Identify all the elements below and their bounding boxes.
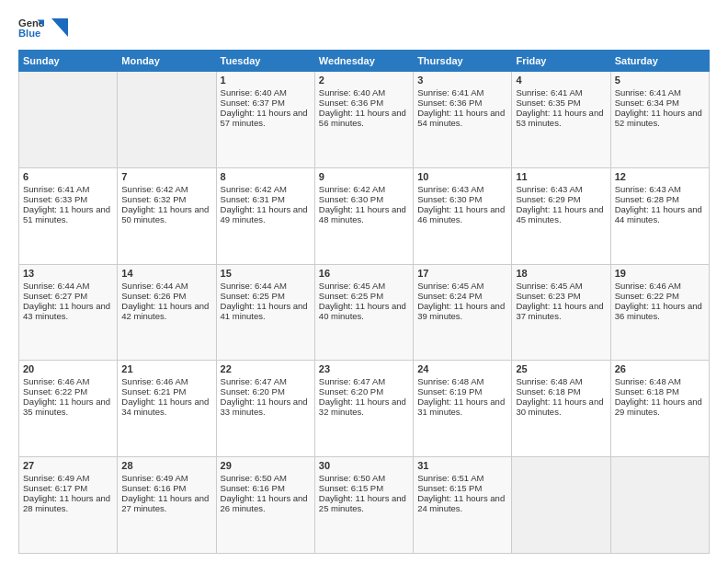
day-info: Sunrise: 6:45 AM [319,281,409,291]
day-number: 9 [319,171,409,182]
day-info: Sunrise: 6:45 AM [417,281,507,291]
calendar-cell: 14Sunrise: 6:44 AMSunset: 6:26 PMDayligh… [118,264,216,361]
calendar-cell: 19Sunrise: 6:46 AMSunset: 6:22 PMDayligh… [610,264,709,361]
calendar-cell: 11Sunrise: 6:43 AMSunset: 6:29 PMDayligh… [512,167,610,264]
day-number: 20 [23,363,113,374]
svg-marker-3 [51,18,68,37]
day-number: 30 [319,460,409,471]
day-number: 2 [319,75,409,86]
day-number: 4 [516,75,606,86]
day-number: 12 [615,171,705,182]
day-info: Sunset: 6:16 PM [121,483,211,493]
day-info: Sunset: 6:34 PM [615,98,705,108]
day-info: Sunset: 6:20 PM [319,386,409,396]
day-info: Sunrise: 6:47 AM [319,376,409,386]
weekday-header-sunday: Sunday [19,51,118,72]
day-info: Daylight: 11 hours and 32 minutes. [319,396,409,417]
day-info: Sunrise: 6:42 AM [319,184,409,194]
day-number: 24 [417,363,507,374]
day-info: Sunrise: 6:46 AM [615,281,705,291]
weekday-header-saturday: Saturday [610,51,709,72]
day-info: Sunset: 6:23 PM [516,291,606,301]
day-info: Sunset: 6:29 PM [516,194,606,204]
day-info: Sunset: 6:20 PM [221,386,311,396]
day-info: Sunset: 6:31 PM [221,194,311,204]
day-number: 13 [23,268,113,279]
day-info: Daylight: 11 hours and 35 minutes. [23,396,113,417]
day-info: Sunset: 6:30 PM [319,194,409,204]
day-info: Daylight: 11 hours and 51 minutes. [23,204,113,224]
day-info: Sunset: 6:22 PM [23,386,113,396]
day-info: Sunset: 6:36 PM [319,98,409,108]
day-info: Daylight: 11 hours and 30 minutes. [516,396,606,417]
calendar-cell: 2Sunrise: 6:40 AMSunset: 6:36 PMDaylight… [314,72,413,168]
calendar-cell: 20Sunrise: 6:46 AMSunset: 6:22 PMDayligh… [19,361,118,457]
day-info: Daylight: 11 hours and 26 minutes. [221,493,311,513]
day-info: Daylight: 11 hours and 36 minutes. [615,301,705,321]
calendar-cell: 5Sunrise: 6:41 AMSunset: 6:34 PMDaylight… [610,72,709,168]
weekday-header-thursday: Thursday [414,51,512,72]
svg-text:General: General [18,17,44,29]
calendar-cell: 21Sunrise: 6:46 AMSunset: 6:21 PMDayligh… [118,361,216,457]
weekday-header-friday: Friday [512,51,610,72]
calendar-cell: 31Sunrise: 6:51 AMSunset: 6:15 PMDayligh… [414,457,512,554]
day-info: Sunset: 6:28 PM [615,194,705,204]
svg-text:Blue: Blue [18,28,40,39]
day-number: 3 [417,75,507,86]
day-info: Sunrise: 6:44 AM [221,281,311,291]
day-info: Sunrise: 6:41 AM [417,87,507,98]
page: General Blue SundayMondayTuesdayWednesda… [0,0,728,563]
calendar-week-row: 6Sunrise: 6:41 AMSunset: 6:33 PMDaylight… [19,167,710,264]
calendar-cell: 22Sunrise: 6:47 AMSunset: 6:20 PMDayligh… [216,361,314,457]
calendar-week-row: 27Sunrise: 6:49 AMSunset: 6:17 PMDayligh… [19,457,710,554]
calendar-cell: 13Sunrise: 6:44 AMSunset: 6:27 PMDayligh… [19,264,118,361]
calendar-week-row: 13Sunrise: 6:44 AMSunset: 6:27 PMDayligh… [19,264,710,361]
day-info: Sunset: 6:15 PM [417,483,507,493]
calendar-cell: 26Sunrise: 6:48 AMSunset: 6:18 PMDayligh… [610,361,709,457]
day-info: Daylight: 11 hours and 25 minutes. [319,493,409,513]
day-number: 17 [417,268,507,279]
day-info: Sunset: 6:36 PM [417,98,507,108]
day-number: 19 [615,268,705,279]
day-info: Daylight: 11 hours and 40 minutes. [319,301,409,321]
day-number: 22 [221,363,311,374]
day-info: Sunrise: 6:49 AM [23,473,113,483]
day-info: Sunrise: 6:46 AM [23,376,113,386]
day-info: Daylight: 11 hours and 53 minutes. [516,108,606,128]
day-info: Daylight: 11 hours and 42 minutes. [121,301,211,321]
day-info: Sunrise: 6:41 AM [23,184,113,194]
day-info: Sunset: 6:35 PM [516,98,606,108]
day-info: Sunset: 6:17 PM [23,483,113,493]
day-info: Daylight: 11 hours and 50 minutes. [121,204,211,224]
day-info: Daylight: 11 hours and 46 minutes. [417,204,507,224]
calendar-header-row: SundayMondayTuesdayWednesdayThursdayFrid… [19,51,710,72]
day-number: 5 [615,75,705,86]
day-info: Sunset: 6:16 PM [221,483,311,493]
logo-icon: General Blue [18,15,44,40]
day-info: Daylight: 11 hours and 57 minutes. [221,108,311,128]
calendar-cell: 12Sunrise: 6:43 AMSunset: 6:28 PMDayligh… [610,167,709,264]
day-number: 23 [319,363,409,374]
calendar-week-row: 20Sunrise: 6:46 AMSunset: 6:22 PMDayligh… [19,361,710,457]
day-info: Daylight: 11 hours and 45 minutes. [516,204,606,224]
calendar-cell: 25Sunrise: 6:48 AMSunset: 6:18 PMDayligh… [512,361,610,457]
day-info: Sunrise: 6:41 AM [516,87,606,98]
day-info: Sunrise: 6:40 AM [319,87,409,98]
day-info: Daylight: 11 hours and 48 minutes. [319,204,409,224]
calendar-cell [512,457,610,554]
day-number: 7 [121,171,211,182]
calendar-cell: 7Sunrise: 6:42 AMSunset: 6:32 PMDaylight… [118,167,216,264]
day-info: Sunrise: 6:43 AM [516,184,606,194]
day-info: Sunset: 6:25 PM [319,291,409,301]
day-info: Sunrise: 6:50 AM [221,473,311,483]
day-info: Sunrise: 6:51 AM [417,473,507,483]
day-number: 31 [417,460,507,471]
header: General Blue [18,15,710,40]
day-info: Daylight: 11 hours and 28 minutes. [23,493,113,513]
day-info: Daylight: 11 hours and 29 minutes. [615,396,705,417]
day-info: Daylight: 11 hours and 41 minutes. [221,301,311,321]
day-number: 6 [23,171,113,182]
day-number: 8 [221,171,311,182]
day-info: Sunset: 6:26 PM [121,291,211,301]
day-info: Sunrise: 6:47 AM [221,376,311,386]
